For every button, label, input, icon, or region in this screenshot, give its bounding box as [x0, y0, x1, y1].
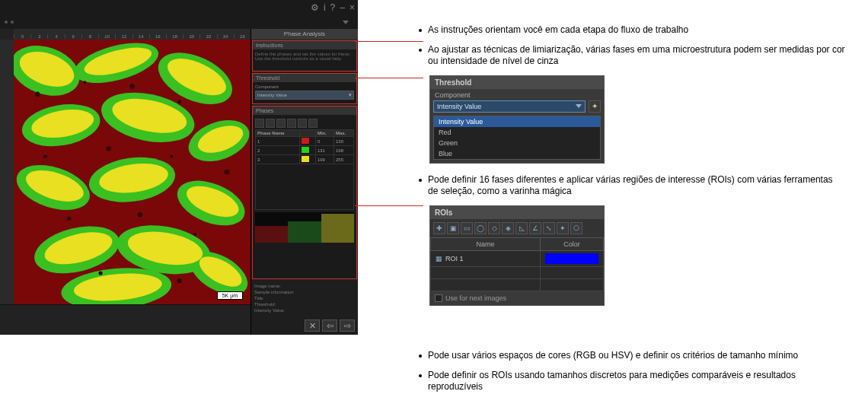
- component-label: Component: [255, 84, 354, 89]
- instructions-body: Define the phases and set the values for…: [253, 49, 356, 71]
- color-swatch: [302, 138, 309, 144]
- component-select[interactable]: Intensity Value▾: [255, 91, 354, 100]
- table-row[interactable]: 3199255: [256, 155, 354, 164]
- roi-footer: Use for next images: [430, 291, 604, 305]
- new-roi-icon[interactable]: ✚: [433, 222, 445, 234]
- minimize-icon[interactable]: –: [340, 2, 345, 13]
- side-panel: Phase Analysis Instructions Define the p…: [251, 29, 358, 335]
- dropdown-option[interactable]: Intensity Value: [434, 116, 600, 127]
- svg-point-30: [177, 100, 181, 103]
- callout-line: [355, 205, 423, 206]
- checkbox-label: Use for next images: [445, 294, 506, 302]
- chevron-down-icon: ▾: [349, 92, 352, 98]
- roi-panel: ROIs ✚ ▣ ▭ ◯ ◇ ◈ ◺ ∠ ⤡ ✦ ⎔ Name Color ▦R…: [429, 205, 605, 306]
- tool-button[interactable]: [287, 119, 296, 128]
- svg-point-36: [138, 212, 142, 217]
- poly-roi-icon[interactable]: ◇: [488, 222, 500, 234]
- micrograph-image: [14, 40, 251, 304]
- column-header: Color: [541, 237, 604, 250]
- dropdown-option[interactable]: Blue: [434, 148, 600, 159]
- dropdown-option[interactable]: Red: [434, 127, 600, 138]
- histogram: [255, 212, 354, 243]
- image-viewer[interactable]: 02468101214161820222426: [0, 29, 251, 335]
- wand-roi-icon[interactable]: ✦: [557, 222, 569, 234]
- svg-point-31: [43, 154, 47, 158]
- bullet-text: Ao ajustar as técnicas de limiarização, …: [428, 44, 845, 68]
- window-roi-icon[interactable]: ▣: [447, 222, 459, 234]
- rect-roi-icon[interactable]: ▭: [461, 222, 473, 234]
- component-label: Component: [430, 89, 604, 100]
- callout-line: [355, 41, 423, 42]
- roi-icon: ▦: [436, 255, 442, 262]
- chevron-down-icon: [576, 104, 582, 108]
- instructions-header: Instructions: [253, 41, 356, 49]
- phases-section: Phases Phase NameMin.Max. 10130 2131198: [252, 106, 357, 279]
- threshold-header: Threshold: [253, 74, 356, 82]
- roi-toolbar: ✚ ▣ ▭ ◯ ◇ ◈ ◺ ∠ ⤡ ✦ ⎔: [430, 219, 604, 237]
- nav-next-button[interactable]: ⇨: [340, 320, 355, 332]
- circle-roi-icon[interactable]: ◯: [474, 222, 487, 234]
- add-phase-button[interactable]: [255, 119, 264, 128]
- svg-point-28: [83, 81, 86, 84]
- triangle-roi-icon[interactable]: ◺: [515, 222, 528, 234]
- svg-point-32: [106, 146, 110, 151]
- bullet-icon: [419, 29, 422, 32]
- svg-point-27: [35, 92, 40, 97]
- info-section: Image name: Sample information Title: Th…: [251, 280, 358, 316]
- table-row[interactable]: 10130: [256, 137, 354, 146]
- svg-point-38: [98, 272, 102, 275]
- chevron-down-icon[interactable]: [343, 21, 349, 24]
- component-combobox[interactable]: Intensity Value: [433, 100, 586, 113]
- use-next-checkbox[interactable]: [435, 294, 442, 302]
- tool-button[interactable]: [308, 119, 318, 128]
- panel-title: Threshold: [430, 76, 604, 89]
- bullet-item: Pode definir os ROIs usando tamanhos dis…: [419, 370, 845, 393]
- nav-back-button[interactable]: ⇦: [322, 320, 337, 332]
- ruler-vertical: [0, 40, 14, 304]
- bullet-item: Ao ajustar as técnicas de limiarização, …: [419, 44, 845, 68]
- toolbar-dot: [11, 21, 14, 24]
- titlebar: ⚙ i ? – ×: [0, 0, 358, 15]
- tool-button[interactable]: [298, 119, 307, 128]
- callout-column: As instruções orientam você em cada etap…: [419, 24, 845, 316]
- table-row[interactable]: ▦ROI 1: [431, 250, 604, 266]
- app-window: ⚙ i ? – × 02468101214161820222426: [0, 0, 358, 335]
- flip-roi-icon[interactable]: ⤡: [543, 222, 555, 234]
- scale-bar: 5K μm: [217, 291, 243, 300]
- ruler-horizontal: 02468101214161820222426: [14, 29, 251, 40]
- nav-close-button[interactable]: ✕: [305, 320, 320, 332]
- component-dropdown: Intensity Value Red Green Blue: [433, 116, 601, 160]
- color-swatch[interactable]: [545, 253, 598, 264]
- remove-phase-button[interactable]: [266, 119, 275, 128]
- info-icon[interactable]: i: [324, 2, 326, 13]
- wand-icon[interactable]: ✦: [589, 100, 601, 113]
- callout-line: [355, 78, 423, 78]
- crop-roi-icon[interactable]: ⎔: [570, 222, 582, 234]
- table-row: [431, 266, 604, 278]
- bullet-icon: [419, 374, 422, 377]
- angle-roi-icon[interactable]: ∠: [529, 222, 541, 234]
- color-swatch: [302, 156, 309, 162]
- bullet-text: Pode definir os ROIs usando tamanhos dis…: [428, 370, 845, 393]
- bullet-icon: [419, 179, 422, 182]
- toolbar-dot: [5, 21, 8, 24]
- rot-rect-roi-icon[interactable]: ◈: [502, 222, 514, 234]
- svg-point-37: [193, 233, 196, 236]
- viewer-footer: [0, 304, 251, 335]
- svg-point-29: [129, 84, 134, 88]
- side-panel-title: Phase Analysis: [251, 29, 358, 40]
- bullet-text: As instruções orientam você em cada etap…: [428, 24, 845, 37]
- bullet-text: Pode usar vários espaços de cores (RGB o…: [428, 350, 845, 362]
- help-icon[interactable]: ?: [330, 2, 336, 13]
- roi-table: Name Color ▦ROI 1: [430, 237, 604, 291]
- table-row[interactable]: 2131198: [256, 146, 354, 155]
- gear-icon[interactable]: ⚙: [311, 2, 319, 13]
- close-icon[interactable]: ×: [349, 2, 355, 13]
- phases-header: Phases: [253, 107, 356, 115]
- phases-toolbar: [255, 117, 354, 129]
- bottom-bullets: Pode usar vários espaços de cores (RGB o…: [419, 350, 845, 401]
- tool-button[interactable]: [276, 119, 286, 128]
- dropdown-option[interactable]: Green: [434, 138, 600, 148]
- table-row: [431, 278, 604, 291]
- column-header: Name: [431, 237, 541, 250]
